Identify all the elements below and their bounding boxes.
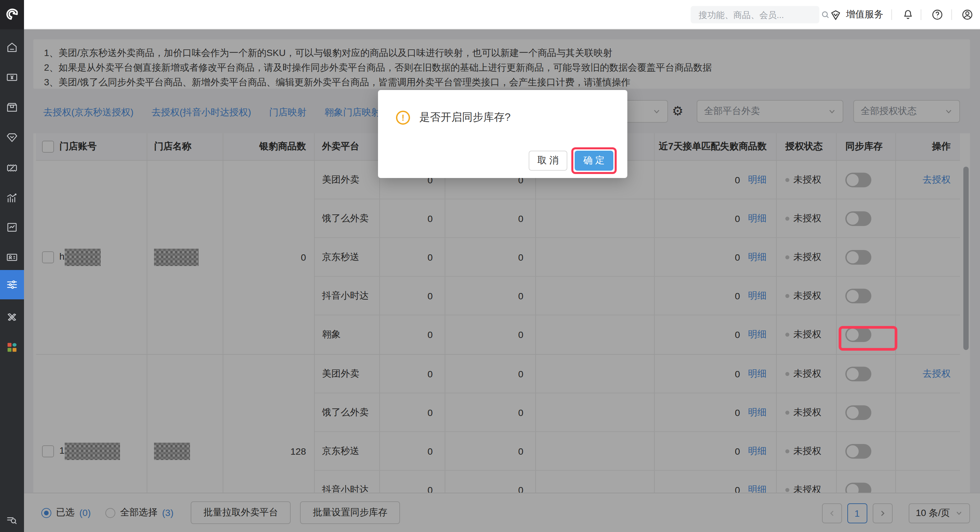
sidebar-item-staff[interactable] [0, 248, 24, 267]
chart-icon [5, 191, 19, 205]
id-card-icon [5, 251, 19, 264]
sidebar-item-cash[interactable] [0, 68, 24, 87]
confirm-dialog: ! 是否开启同步库存? 取 消 确 定 [378, 90, 627, 178]
warning-icon: ! [396, 111, 410, 125]
crossed-tools-icon [5, 311, 19, 324]
coupon-icon [5, 161, 19, 175]
sliders-icon [5, 278, 19, 291]
badge-icon [829, 8, 842, 21]
home-icon [5, 41, 19, 54]
dialog-title: 是否开启同步库存? [419, 111, 511, 125]
topbar: 增值服务 [0, 0, 980, 29]
leopard-logo-icon [3, 6, 21, 23]
apps-grid-icon [5, 341, 19, 354]
topbar-divider [891, 10, 892, 20]
toggle-highlight-annotation [838, 326, 897, 350]
sidebar-item-channel-settings[interactable] [0, 270, 24, 299]
notifications-bell-icon[interactable] [901, 8, 915, 21]
ok-button[interactable]: 确 定 [575, 151, 613, 170]
sidebar-item-home[interactable] [0, 38, 24, 57]
list-search-icon [5, 513, 19, 527]
sidebar-item-statistics[interactable] [0, 189, 24, 207]
topbar-divider [951, 10, 952, 20]
sidebar [0, 29, 24, 532]
global-search[interactable] [690, 6, 819, 23]
cancel-button[interactable]: 取 消 [529, 151, 567, 170]
help-icon[interactable] [931, 8, 944, 21]
sidebar-item-report[interactable] [0, 218, 24, 237]
sidebar-item-apps[interactable] [0, 338, 24, 357]
pospal-logo [0, 0, 24, 29]
sidebar-item-tools[interactable] [0, 308, 24, 327]
package-icon [5, 101, 19, 114]
ok-button-highlight-annotation: 确 定 [571, 147, 617, 174]
sidebar-item-search[interactable] [0, 511, 24, 529]
report-icon [5, 221, 19, 234]
value-added-services-button[interactable]: 增值服务 [829, 0, 883, 29]
topbar-divider [921, 10, 921, 20]
user-account-icon[interactable] [961, 8, 974, 21]
gem-icon [5, 131, 19, 144]
search-input[interactable] [690, 10, 820, 20]
vas-label: 增值服务 [846, 9, 883, 21]
sidebar-item-goods[interactable] [0, 98, 24, 117]
content-area: 1、美团/京东秒送外卖商品，加价口味会作为一个新的SKU，可以与银豹对应的商品以… [24, 29, 980, 532]
sidebar-item-promotion[interactable] [0, 159, 24, 177]
banknote-icon [5, 71, 19, 84]
sidebar-item-membership[interactable] [0, 128, 24, 147]
app-window: 增值服务 [0, 0, 980, 532]
